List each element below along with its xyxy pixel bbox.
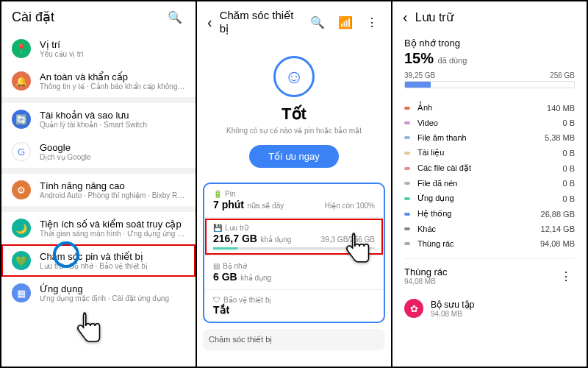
category-row[interactable]: Khác12,14 GB xyxy=(404,222,575,236)
device-care-screen: ‹ Chăm sóc thiết bị 🔍 📶 ⋮ ☺ Tốt Không có… xyxy=(197,1,391,367)
settings-list[interactable]: 📍 Vị tríYêu cầu vị trí🔔 An toàn và khẩn … xyxy=(1,32,196,367)
back-icon[interactable]: ‹ xyxy=(403,9,408,26)
color-dot xyxy=(404,152,410,155)
settings-item[interactable]: 🔄 Tài khoản và sao lưuQuản lý tài khoản … xyxy=(1,103,196,135)
more-icon[interactable]: ⋮ xyxy=(363,15,381,29)
memory-row[interactable]: ▤Bộ nhớ 6 GB khả dụng xyxy=(204,256,384,290)
search-icon[interactable]: 🔍 xyxy=(165,10,185,24)
color-dot xyxy=(404,213,410,216)
category-row[interactable]: File đã nén0 B xyxy=(404,176,575,191)
status-sub: Không có sự cố nào về pin hoặc bảo mật xyxy=(209,127,379,135)
battery-row[interactable]: 🔋Pin 7 phút nữa sẽ đây Hiện còn 100% xyxy=(204,184,384,218)
gallery-icon: ✿ xyxy=(404,299,423,318)
settings-item[interactable]: G GoogleDịch vụ Google xyxy=(1,135,196,168)
settings-item-icon: 🌙 xyxy=(12,219,31,238)
color-dot xyxy=(404,121,410,124)
status-text: Tốt xyxy=(209,105,379,124)
internal-storage-block: Bộ nhớ trong 15% đã dùng 39,25 GB256 GB xyxy=(392,33,587,93)
category-row[interactable]: Video0 B xyxy=(404,116,575,130)
search-icon[interactable]: 🔍 xyxy=(307,15,328,29)
optimize-button[interactable]: Tối ưu ngay xyxy=(249,145,338,168)
settings-header: Cài đặt 🔍 xyxy=(1,1,196,32)
settings-item-icon: 💚 xyxy=(12,251,31,270)
settings-item[interactable]: 🔔 An toàn và khẩn cấpThông tin y tế · Cả… xyxy=(1,65,196,97)
storage-title: Lưu trữ xyxy=(415,10,576,24)
storage-bar xyxy=(213,247,375,250)
shield-icon: 🛡 xyxy=(213,296,220,304)
color-dot xyxy=(404,107,410,110)
storage-header: ‹ Lưu trữ xyxy=(392,1,587,33)
care-box: 🔋Pin 7 phút nữa sẽ đây Hiện còn 100% 💾Lư… xyxy=(203,183,385,323)
settings-item[interactable]: ⚙ Tính năng nâng caoAndroid Auto · Phòng… xyxy=(1,174,196,206)
storage-screen: ‹ Lưu trữ Bộ nhớ trong 15% đã dùng 39,25… xyxy=(392,1,587,367)
battery-icon: 🔋 xyxy=(213,190,222,198)
settings-item[interactable]: 🌙 Tiện ích số và kiểm soát truy cậpThời … xyxy=(1,212,196,244)
color-dot xyxy=(404,227,410,230)
signal-icon[interactable]: 📶 xyxy=(335,15,356,29)
color-dot xyxy=(404,197,410,200)
collection-row[interactable]: ✿ Bộ sưu tập 94,08 MB xyxy=(392,293,587,324)
settings-item-icon: 📍 xyxy=(12,39,31,58)
category-row[interactable]: Ảnh140 MB xyxy=(404,100,575,116)
settings-item-icon: ⚙ xyxy=(12,180,31,199)
settings-item-icon: ▦ xyxy=(12,283,31,302)
color-dot xyxy=(404,182,410,185)
protect-row[interactable]: 🛡Bảo vệ thiết bị Tắt xyxy=(204,290,384,322)
color-dot xyxy=(404,167,410,170)
storage-body: Bộ nhớ trong 15% đã dùng 39,25 GB256 GB … xyxy=(392,33,587,367)
device-care-title: Chăm sóc thiết bị xyxy=(220,9,300,35)
color-dot xyxy=(404,136,410,139)
category-row[interactable]: Các file cài đặt0 B xyxy=(404,160,575,176)
status-block: ☺ Tốt Không có sự cố nào về pin hoặc bảo… xyxy=(197,43,391,177)
more-icon[interactable]: ⋮ xyxy=(557,269,575,283)
device-care-body: ☺ Tốt Không có sự cố nào về pin hoặc bảo… xyxy=(197,43,391,367)
storage-bar xyxy=(404,81,575,88)
memory-icon: ▤ xyxy=(213,262,220,270)
settings-item-icon: G xyxy=(12,142,31,161)
category-row[interactable]: File âm thanh5,38 MB xyxy=(404,130,575,145)
storage-icon: 💾 xyxy=(213,224,222,232)
category-list: Ảnh140 MB Video0 B File âm thanh5,38 MB … xyxy=(392,93,587,258)
settings-item[interactable]: 💚 Chăm sóc pin và thiết bịLưu trữ · Bộ n… xyxy=(1,244,196,277)
settings-item[interactable]: 📍 Vị tríYêu cầu vị trí xyxy=(1,32,196,65)
settings-screen: Cài đặt 🔍 📍 Vị tríYêu cầu vị trí🔔 An toà… xyxy=(1,1,196,367)
settings-item-icon: 🔄 xyxy=(12,110,31,129)
settings-title: Cài đặt xyxy=(12,9,157,25)
color-dot xyxy=(404,242,410,245)
category-row[interactable]: Hệ thống26,88 GB xyxy=(404,206,575,222)
category-row[interactable]: Thùng rác94,08 MB xyxy=(404,236,575,251)
settings-item-icon: 🔔 xyxy=(12,71,31,91)
internal-label: Bộ nhớ trong xyxy=(404,38,575,49)
device-care-header: ‹ Chăm sóc thiết bị 🔍 📶 ⋮ xyxy=(197,1,391,43)
back-icon[interactable]: ‹ xyxy=(207,14,212,31)
device-care-footer[interactable]: Chăm sóc thiết bị xyxy=(203,329,385,350)
trash-row[interactable]: Thùng rác 94,08 MB ⋮ xyxy=(392,259,587,293)
smiley-icon: ☺ xyxy=(273,56,315,97)
settings-item[interactable]: ▦ Ứng dụngỨng dụng mặc định · Cài đặt ứn… xyxy=(1,277,196,309)
category-row[interactable]: Ứng dụng0 B xyxy=(404,191,575,206)
storage-row[interactable]: 💾Lưu trữ 216,7 GB khả dụng 39,3 GB/256 G… xyxy=(204,218,384,256)
category-row[interactable]: Tài liệu0 B xyxy=(404,145,575,160)
